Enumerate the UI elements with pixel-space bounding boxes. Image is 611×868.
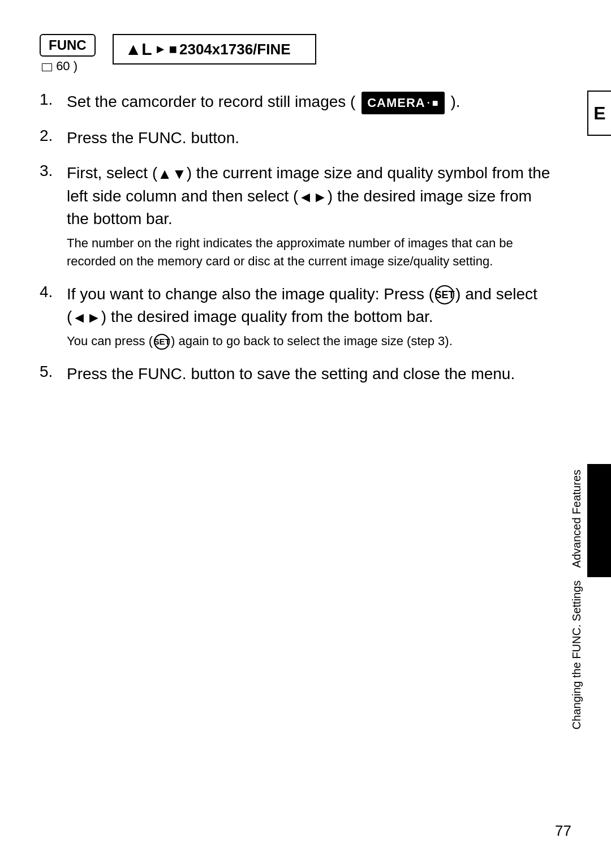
arrow-lr-3: ◄►	[298, 188, 327, 205]
size-L: ▲L	[125, 40, 152, 59]
func-page-ref: 60 )	[40, 59, 78, 74]
image-info-box: ▲L ► ■ 2304x1736/FINE	[113, 34, 316, 65]
step-2-number: 2.	[40, 127, 67, 145]
step-3-note: The number on the right indicates the ap…	[67, 234, 554, 270]
step-1: 1. Set the camcorder to record still ima…	[40, 91, 554, 114]
book-icon	[42, 63, 52, 71]
e-tab-label: E	[593, 103, 605, 124]
camera-badge-icon: ■	[432, 96, 439, 110]
func-label: FUNC	[49, 37, 87, 53]
side-bar	[587, 464, 611, 577]
step-4-content: If you want to change also the image qua…	[67, 283, 554, 350]
step-4-note: You can press (SET) again to go back to …	[67, 332, 554, 350]
camera-badge: CAMERA·■	[362, 92, 444, 114]
resolution-text: 2304x1736/FINE	[179, 41, 291, 58]
arrow-forward: ►	[154, 42, 167, 57]
step-5-text: Press the FUNC. button to save the setti…	[67, 365, 515, 383]
arrow-lr-4: ◄►	[72, 309, 101, 326]
page-num-text: 77	[555, 822, 571, 839]
step-5-number: 5.	[40, 363, 67, 381]
sidebar-line2: Changing the FUNC. Settings	[570, 581, 583, 729]
camera-badge-label: CAMERA	[367, 94, 425, 112]
step-1-number: 1.	[40, 91, 67, 109]
step-5: 5. Press the FUNC. button to save the se…	[40, 363, 554, 386]
sidebar-line1: Advanced Features	[570, 470, 583, 568]
set-btn-4b: SET	[154, 334, 170, 350]
page-content: FUNC 60 ) ▲L ► ■ 2304x1736/FINE 1. Set t…	[40, 34, 554, 834]
page-number: 77	[555, 822, 571, 840]
step-4-number: 4.	[40, 283, 67, 301]
step-3-number: 3.	[40, 162, 67, 180]
sidebar-label: Changing the FUNC. Settings Advanced Fea…	[569, 470, 584, 729]
func-paren: )	[74, 59, 78, 73]
arrow-updown-3: ▲▼	[157, 165, 186, 182]
e-tab: E	[587, 91, 611, 136]
step-2: 2. Press the FUNC. button.	[40, 127, 554, 150]
set-btn-4: SET	[435, 285, 454, 304]
step-1-content: Set the camcorder to record still images…	[67, 91, 554, 114]
func-page-number: 60	[56, 59, 70, 73]
step-5-content: Press the FUNC. button to save the setti…	[67, 363, 554, 386]
step-4: 4. If you want to change also the image …	[40, 283, 554, 350]
step-2-content: Press the FUNC. button.	[67, 127, 554, 150]
step-list: 1. Set the camcorder to record still ima…	[40, 91, 554, 385]
camera-icon-small: ■	[169, 41, 177, 57]
size-indicator: ▲L ► ■ 2304x1736/FINE	[125, 40, 291, 59]
func-box: FUNC 60 )	[40, 34, 96, 74]
camera-badge-dot: ·	[427, 96, 431, 110]
top-section: FUNC 60 ) ▲L ► ■ 2304x1736/FINE	[40, 34, 554, 74]
step-2-text: Press the FUNC. button.	[67, 129, 239, 147]
step-3-content: First, select (▲▼) the current image siz…	[67, 162, 554, 270]
func-button: FUNC	[40, 34, 96, 57]
step-3: 3. First, select (▲▼) the current image …	[40, 162, 554, 270]
